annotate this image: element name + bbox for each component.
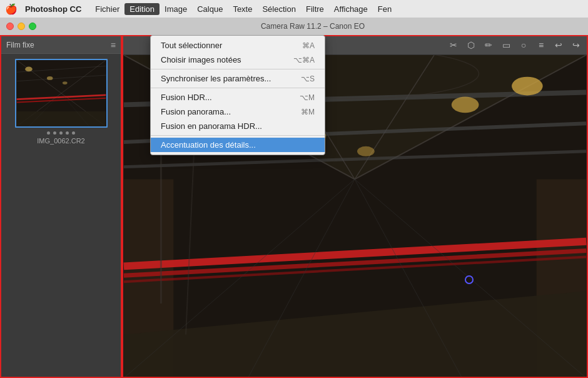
dropdown-overlay: Tout sélectionner ⌘A Choisir images noté… — [150, 35, 325, 155]
app-name: Photoshop CC — [25, 4, 81, 14]
menu-item-label: Fusion HDR... — [161, 93, 212, 102]
svg-point-28 — [452, 96, 479, 113]
traffic-lights — [6, 23, 36, 30]
film-dot-3 — [59, 131, 63, 135]
menu-item-label: Fusion panorama... — [161, 107, 231, 116]
menu-item-shortcut: ⌥M — [300, 93, 315, 102]
menu-fusion-panorama[interactable]: Fusion panorama... ⌘M — [151, 105, 325, 119]
filmstrip-menu-icon[interactable]: ≡ — [111, 40, 116, 50]
app-container: Film fixe ≡ — [0, 35, 588, 378]
menu-edition[interactable]: Edition — [124, 3, 160, 15]
film-dots — [47, 131, 75, 135]
menu-item-shortcut: ⌥⌘A — [293, 56, 315, 64]
film-dot-2 — [53, 131, 56, 135]
film-thumbnail[interactable] — [15, 59, 108, 128]
menu-affichage[interactable]: Affichage — [329, 3, 373, 15]
dropdown-menu: Tout sélectionner ⌘A Choisir images noté… — [150, 35, 325, 155]
menu-tout-selectionner[interactable]: Tout sélectionner ⌘A — [151, 38, 325, 53]
menu-synchroniser[interactable]: Synchroniser les paramètres... ⌥S — [151, 71, 325, 86]
menu-item-shortcut: ⌘A — [302, 41, 315, 50]
menu-calque[interactable]: Calque — [192, 3, 228, 15]
menu-fichier[interactable]: Fichier — [90, 3, 124, 15]
separator-2 — [151, 88, 325, 88]
pen-icon[interactable]: ✏ — [482, 38, 495, 52]
menu-item-label: Fusion en panorama HDR... — [161, 121, 262, 131]
apple-menu[interactable]: 🍎 — [5, 3, 18, 15]
undo-icon[interactable]: ↩ — [552, 38, 565, 52]
ellipse-icon[interactable]: ○ — [517, 38, 530, 52]
menu-accentuation[interactable]: Accentuation des détails... — [151, 138, 325, 152]
menu-texte[interactable]: Texte — [228, 3, 257, 15]
menu-fusion-panorama-hdr[interactable]: Fusion en panorama HDR... — [151, 119, 325, 133]
transform-icon[interactable]: ⬡ — [464, 38, 478, 52]
redo-icon[interactable]: ↪ — [569, 38, 583, 52]
filmstrip-header: Film fixe ≡ — [1, 36, 121, 54]
minimize-button[interactable] — [18, 23, 25, 30]
filmstrip-title: Film fixe — [6, 41, 34, 49]
filmstrip-content: IMG_0062.CR2 — [1, 54, 121, 150]
svg-rect-12 — [16, 111, 106, 126]
svg-point-29 — [512, 77, 543, 96]
main-canvas: ✂ ⬡ ✏ ▭ ○ ≡ ↩ ↪ — [122, 35, 588, 378]
menubar: 🍎 Photoshop CC Fichier Edition Image Cal… — [0, 0, 588, 18]
menu-item-label: Synchroniser les paramètres... — [161, 74, 271, 83]
menu-item-label: Choisir images notées — [161, 55, 241, 64]
film-dot-4 — [66, 131, 69, 135]
film-dot-5 — [72, 131, 75, 135]
menu-item-label: Tout sélectionner — [161, 41, 222, 50]
crop-icon[interactable]: ✂ — [447, 38, 460, 52]
svg-point-9 — [62, 81, 67, 84]
rect-icon[interactable]: ▭ — [499, 38, 513, 52]
menu-item-shortcut: ⌥S — [301, 74, 315, 83]
menu-item-shortcut: ⌘M — [301, 108, 315, 116]
menu-choisir-images[interactable]: Choisir images notées ⌥⌘A — [151, 53, 325, 67]
menu-item-label: Accentuation des détails... — [161, 140, 256, 150]
menu-fen[interactable]: Fen — [373, 3, 397, 15]
window-title: Camera Raw 11.2 – Canon EO — [44, 22, 582, 31]
menu-image[interactable]: Image — [160, 3, 192, 15]
separator-1 — [151, 69, 325, 69]
svg-point-7 — [25, 67, 33, 72]
menu-filtre[interactable]: Filtre — [301, 3, 329, 15]
list-icon[interactable]: ≡ — [534, 38, 548, 52]
film-label: IMG_0062.CR2 — [37, 137, 84, 145]
svg-point-27 — [357, 146, 375, 156]
filmstrip-panel: Film fixe ≡ — [0, 35, 122, 378]
separator-3 — [151, 135, 325, 136]
maximize-button[interactable] — [29, 23, 36, 30]
close-button[interactable] — [6, 23, 14, 30]
menu-fusion-hdr[interactable]: Fusion HDR... ⌥M — [151, 90, 325, 105]
svg-point-8 — [46, 76, 53, 80]
film-dot-1 — [47, 131, 50, 135]
circle-indicator — [465, 275, 474, 284]
titlebar: Camera Raw 11.2 – Canon EO — [0, 18, 588, 35]
menu-selection[interactable]: Sélection — [257, 3, 300, 15]
